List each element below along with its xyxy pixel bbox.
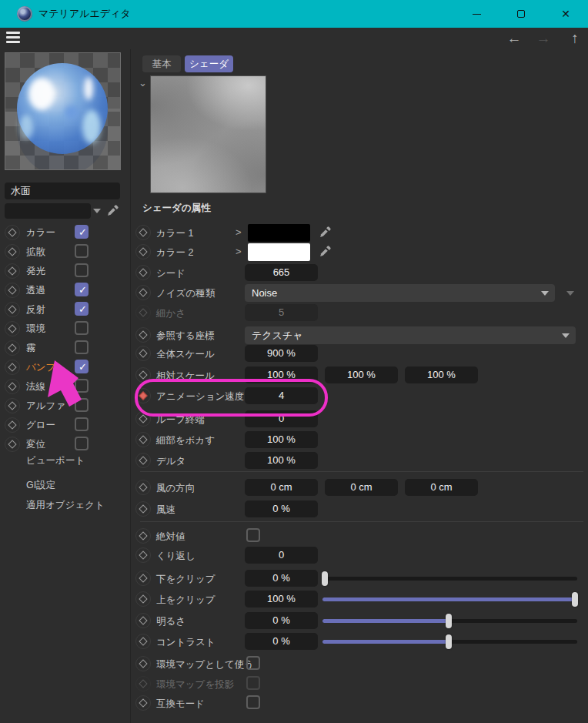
global-scale-input[interactable]: 900 % bbox=[245, 345, 318, 362]
channel-row-environment[interactable]: 環境 bbox=[0, 321, 131, 338]
slider-handle[interactable] bbox=[446, 614, 452, 628]
channel-label[interactable]: アルファ bbox=[26, 400, 65, 413]
keyframe-diamond-icon[interactable] bbox=[135, 346, 151, 361]
nav-back-icon[interactable]: ← bbox=[504, 28, 524, 49]
expand-chevron-icon[interactable]: > bbox=[236, 246, 242, 257]
compat-mode-checkbox[interactable] bbox=[246, 695, 260, 709]
channel-label[interactable]: 法線 bbox=[26, 380, 45, 393]
relative-scale-z-input[interactable]: 100 % bbox=[405, 367, 478, 383]
keyframe-diamond-icon[interactable] bbox=[135, 265, 151, 280]
channel-row-transparency[interactable]: 透過 bbox=[0, 283, 131, 300]
shader-preset-caret-icon[interactable] bbox=[566, 291, 574, 296]
channel-row-diffusion[interactable]: 拡散 bbox=[0, 244, 131, 261]
keyframe-diamond-icon[interactable] bbox=[5, 437, 20, 452]
channel-checkbox[interactable] bbox=[75, 398, 89, 412]
keyframe-diamond-icon[interactable] bbox=[5, 321, 20, 336]
channel-checkbox[interactable] bbox=[75, 417, 89, 431]
loop-period-input[interactable]: 0 bbox=[245, 410, 318, 427]
contrast-slider[interactable] bbox=[322, 640, 577, 644]
keyframe-diamond-icon[interactable] bbox=[5, 225, 20, 240]
channel-row-bump[interactable]: バンプ bbox=[0, 360, 131, 377]
keyframe-diamond-icon[interactable] bbox=[135, 528, 151, 544]
channel-checkbox[interactable] bbox=[75, 263, 89, 277]
absolute-checkbox[interactable] bbox=[246, 528, 260, 542]
eyedropper-icon[interactable] bbox=[319, 245, 332, 258]
channel-label[interactable]: 発光 bbox=[26, 265, 45, 278]
keyframe-diamond-icon[interactable] bbox=[135, 547, 151, 563]
high-clip-input[interactable]: 100 % bbox=[245, 591, 318, 608]
close-button[interactable]: ✕ bbox=[548, 0, 583, 28]
keyframe-diamond-icon[interactable] bbox=[135, 411, 151, 427]
channel-checkbox[interactable] bbox=[75, 340, 89, 354]
keyframe-diamond-icon[interactable] bbox=[5, 283, 20, 298]
keyframe-diamond-icon[interactable] bbox=[135, 634, 151, 649]
keyframe-diamond-icon[interactable] bbox=[5, 302, 20, 317]
keyframe-diamond-icon[interactable] bbox=[135, 480, 151, 495]
channel-checkbox[interactable] bbox=[75, 283, 89, 296]
material-preview[interactable] bbox=[5, 52, 121, 170]
slider-handle[interactable] bbox=[446, 634, 452, 649]
tab-basic[interactable]: 基本 bbox=[142, 55, 181, 72]
preset-input[interactable] bbox=[5, 203, 91, 219]
sidebar-item-assignment[interactable]: 適用オブジェクト bbox=[26, 499, 105, 512]
channel-label[interactable]: グロー bbox=[26, 419, 55, 432]
channel-row-reflectance[interactable]: 反射 bbox=[0, 302, 131, 319]
relative-scale-y-input[interactable]: 100 % bbox=[325, 367, 398, 383]
channel-checkbox[interactable] bbox=[75, 321, 89, 335]
space-dropdown[interactable]: テクスチャ bbox=[245, 326, 576, 344]
keyframe-diamond-icon[interactable] bbox=[5, 398, 20, 413]
keyframe-diamond-icon[interactable] bbox=[135, 453, 151, 468]
wind-direction-y-input[interactable]: 0 cm bbox=[325, 479, 398, 496]
channel-checkbox[interactable] bbox=[75, 437, 89, 450]
keyframe-diamond-icon[interactable] bbox=[135, 656, 151, 671]
keyframe-diamond-icon[interactable] bbox=[135, 225, 151, 240]
fold-caret-icon[interactable]: ⌄ bbox=[139, 77, 147, 89]
channel-label[interactable]: 反射 bbox=[26, 303, 45, 316]
channel-label[interactable]: 霧 bbox=[26, 342, 36, 355]
keyframe-diamond-active-icon[interactable] bbox=[135, 388, 151, 403]
channel-row-alpha[interactable]: アルファ bbox=[0, 398, 131, 415]
keyframe-diamond-icon[interactable] bbox=[135, 501, 151, 517]
wind-direction-x-input[interactable]: 0 cm bbox=[245, 479, 318, 496]
keyframe-diamond-icon[interactable] bbox=[135, 367, 151, 383]
sidebar-item-viewport[interactable]: ビューポート bbox=[26, 454, 85, 467]
seed-input[interactable]: 665 bbox=[245, 264, 318, 281]
cycles-input[interactable]: 0 bbox=[245, 547, 318, 564]
keyframe-diamond-icon[interactable] bbox=[135, 327, 151, 343]
channel-checkbox[interactable] bbox=[75, 379, 89, 393]
keyframe-diamond-icon[interactable] bbox=[5, 379, 20, 394]
keyframe-diamond-icon[interactable] bbox=[135, 695, 151, 711]
keyframe-diamond-icon[interactable] bbox=[135, 613, 151, 628]
color2-swatch[interactable] bbox=[248, 243, 310, 261]
channel-checkbox[interactable] bbox=[75, 360, 89, 373]
noise-type-dropdown[interactable]: Noise bbox=[245, 284, 555, 302]
low-clip-input[interactable]: 0 % bbox=[245, 570, 318, 587]
wind-speed-input[interactable]: 0 % bbox=[245, 500, 318, 517]
keyframe-diamond-icon[interactable] bbox=[5, 360, 20, 375]
channel-checkbox[interactable] bbox=[75, 244, 89, 258]
channel-label[interactable]: 透過 bbox=[26, 284, 45, 297]
slider-handle[interactable] bbox=[572, 592, 578, 607]
brightness-input[interactable]: 0 % bbox=[245, 612, 318, 629]
keyframe-diamond-icon[interactable] bbox=[135, 591, 151, 607]
channel-row-luminance[interactable]: 発光 bbox=[0, 263, 131, 280]
channel-row-displacement[interactable]: 変位 bbox=[0, 437, 131, 454]
channel-row-normal[interactable]: 法線 bbox=[0, 379, 131, 396]
material-name-input[interactable]: 水面 bbox=[5, 182, 120, 199]
sidebar-item-gi-settings[interactable]: GI設定 bbox=[26, 479, 55, 492]
channel-row-glow[interactable]: グロー bbox=[0, 417, 131, 434]
channel-checkbox[interactable] bbox=[75, 302, 89, 316]
channel-label[interactable]: 変位 bbox=[26, 438, 45, 451]
tab-shader[interactable]: シェーダ bbox=[185, 55, 233, 72]
keyframe-diamond-icon[interactable] bbox=[5, 263, 20, 279]
expand-chevron-icon[interactable]: > bbox=[236, 226, 242, 238]
minimize-button[interactable] bbox=[459, 0, 494, 28]
channel-label[interactable]: 拡散 bbox=[26, 246, 45, 259]
channel-label-bump[interactable]: バンプ bbox=[26, 361, 55, 374]
eyedropper-icon[interactable] bbox=[319, 226, 332, 239]
keyframe-diamond-icon[interactable] bbox=[5, 244, 20, 259]
shader-preview[interactable] bbox=[150, 75, 266, 193]
low-clip-slider[interactable] bbox=[322, 577, 577, 581]
keyframe-diamond-icon[interactable] bbox=[135, 571, 151, 586]
channel-label[interactable]: カラー bbox=[26, 226, 55, 239]
